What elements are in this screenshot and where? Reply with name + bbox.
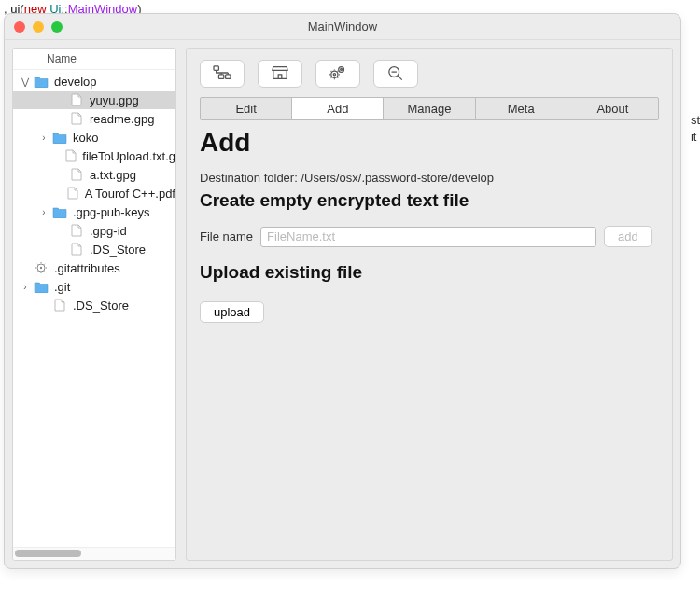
file-icon <box>69 167 84 182</box>
tree-row[interactable]: fileToUpload.txt.g <box>13 147 175 165</box>
toolbar-tree-button[interactable] <box>200 60 245 88</box>
svg-point-5 <box>331 71 338 77</box>
twisty-spacer <box>56 244 65 254</box>
tree-row[interactable]: ›.gpg-pub-keys <box>13 202 175 221</box>
window-controls <box>5 21 63 33</box>
tree-row[interactable]: yuyu.gpg <box>13 91 175 109</box>
file-icon <box>52 298 67 313</box>
svg-point-7 <box>339 66 344 72</box>
toolbar-zoom-button[interactable] <box>373 60 418 88</box>
add-button[interactable]: add <box>604 226 652 247</box>
editor-peek-right: st it <box>691 112 700 146</box>
window-title: MainWindow <box>5 20 680 34</box>
tree-row[interactable]: readme.gpg <box>13 109 175 128</box>
svg-point-8 <box>341 68 343 70</box>
file-icon <box>69 242 84 257</box>
folder-icon <box>34 74 49 89</box>
tree-row[interactable]: .DS_Store <box>13 240 175 258</box>
store-icon <box>270 64 290 84</box>
tree-icon <box>212 64 232 84</box>
tree-item-label: .DS_Store <box>73 299 129 313</box>
twisty-spacer <box>56 226 65 235</box>
toolbar-settings-button[interactable] <box>315 60 360 88</box>
tree-column-header[interactable]: Name <box>13 49 175 70</box>
toolbar <box>200 60 659 88</box>
main-window: MainWindow Name ⋁developyuyu.gpgreadme.g… <box>4 13 681 569</box>
file-icon <box>69 92 84 107</box>
tree-row[interactable]: .gitattributes <box>13 258 175 277</box>
svg-rect-2 <box>214 65 218 70</box>
page-title: Add <box>200 128 659 158</box>
gear-icon <box>34 260 49 275</box>
tree-item-label: .gpg-id <box>90 224 127 238</box>
tab-add[interactable]: Add <box>292 98 384 119</box>
tree-item-label: yuyu.gpg <box>90 93 139 107</box>
section-create-heading: Create empty encrypted text file <box>200 190 659 211</box>
svg-point-6 <box>333 73 335 75</box>
svg-rect-4 <box>226 74 231 78</box>
tab-manage[interactable]: Manage <box>384 98 475 119</box>
tab-bar: EditAddManageMetaAbout <box>200 97 659 120</box>
toolbar-store-button[interactable] <box>258 60 302 88</box>
svg-rect-3 <box>218 74 223 78</box>
twisty-spacer <box>21 263 30 272</box>
chevron-right-icon[interactable]: › <box>21 282 30 291</box>
file-icon <box>69 223 84 238</box>
twisty-spacer <box>56 170 65 179</box>
folder-icon <box>52 130 67 145</box>
tree-item-label: .DS_Store <box>90 243 146 257</box>
tree-item-label: .git <box>54 280 70 294</box>
file-tree[interactable]: ⋁developyuyu.gpgreadme.gpg›kokofileToUpl… <box>13 70 175 547</box>
main-panel: EditAddManageMetaAbout Add Destination f… <box>186 48 673 561</box>
folder-icon <box>52 204 67 219</box>
file-tree-panel: Name ⋁developyuyu.gpgreadme.gpg›kokofile… <box>12 48 176 561</box>
twisty-spacer <box>39 300 49 310</box>
svg-point-1 <box>40 267 42 269</box>
tab-meta[interactable]: Meta <box>476 98 567 119</box>
chevron-down-icon[interactable]: ⋁ <box>21 77 30 86</box>
file-icon <box>67 186 79 201</box>
tree-row[interactable]: ⋁develop <box>13 72 175 91</box>
tree-row[interactable]: .DS_Store <box>13 296 175 314</box>
horizontal-scrollbar[interactable] <box>13 547 175 560</box>
tree-item-label: readme.gpg <box>90 112 154 126</box>
titlebar: MainWindow <box>5 14 680 40</box>
file-icon <box>65 148 77 163</box>
chevron-right-icon[interactable]: › <box>39 133 49 142</box>
tree-item-label: .gpg-pub-keys <box>73 205 149 219</box>
tree-item-label: koko <box>73 131 98 145</box>
close-icon[interactable] <box>14 21 25 33</box>
tree-row[interactable]: a.txt.gpg <box>13 165 175 184</box>
twisty-spacer <box>56 151 62 160</box>
section-upload-heading: Upload existing file <box>200 262 659 283</box>
tree-row[interactable]: ›koko <box>13 128 175 147</box>
upload-button[interactable]: upload <box>200 301 264 323</box>
twisty-spacer <box>56 188 63 198</box>
tree-row[interactable]: ›.git <box>13 277 175 296</box>
tab-edit[interactable]: Edit <box>201 98 292 119</box>
tree-item-label: a.txt.gpg <box>90 168 136 182</box>
twisty-spacer <box>56 114 65 123</box>
destination-folder-text: Destination folder: /Users/osx/.password… <box>200 171 659 185</box>
tree-item-label: develop <box>54 75 97 89</box>
zoom-icon <box>385 64 406 84</box>
twisty-spacer <box>56 95 65 105</box>
tree-item-label: A Tourof C++.pdf <box>85 187 175 201</box>
maximize-icon[interactable] <box>51 21 63 33</box>
scrollbar-thumb[interactable] <box>15 550 81 557</box>
minimize-icon[interactable] <box>33 21 44 33</box>
tree-row[interactable]: .gpg-id <box>13 221 175 240</box>
filename-label: File name <box>200 230 253 244</box>
filename-input[interactable] <box>260 227 596 247</box>
tree-item-label: fileToUpload.txt.g <box>82 149 175 163</box>
tree-item-label: .gitattributes <box>54 261 120 275</box>
tree-row[interactable]: A Tourof C++.pdf <box>13 184 175 202</box>
folder-icon <box>34 279 49 294</box>
chevron-right-icon[interactable]: › <box>39 207 49 216</box>
gears-icon <box>328 64 348 84</box>
tab-about[interactable]: About <box>567 98 658 119</box>
file-icon <box>69 111 84 126</box>
